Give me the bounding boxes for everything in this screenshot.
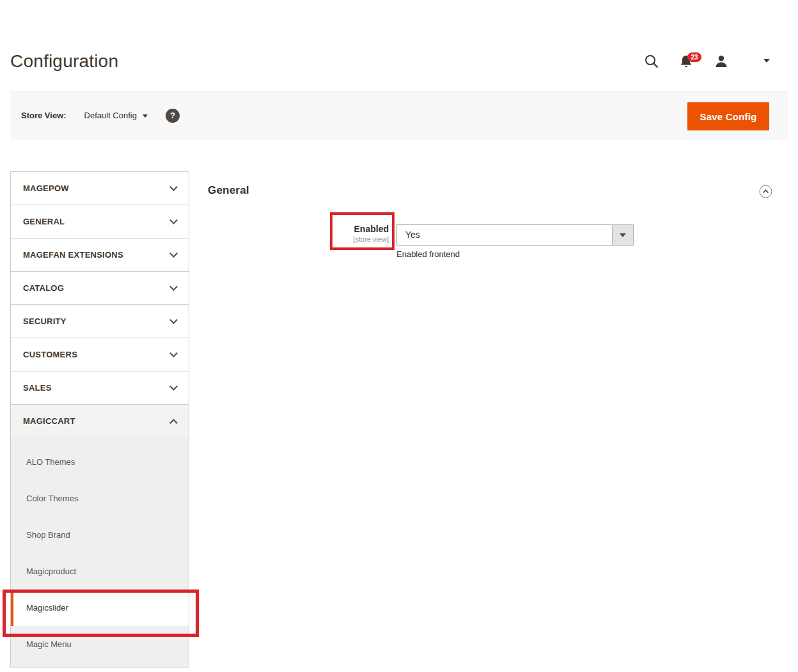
chevron-down-icon (169, 183, 178, 191)
store-view-toolbar: Store View: Default Config ? Save Config (10, 91, 788, 139)
section-label: GENERAL (23, 217, 65, 226)
section-label: MAGICCART (23, 416, 75, 426)
store-view-label: Store View: (21, 111, 66, 120)
select-dropdown-arrow-icon[interactable] (612, 225, 633, 245)
field-scope-text: [store view] (269, 235, 389, 243)
magiccart-subsection-list: ALO Themes Color Themes Shop Brand Magic… (10, 437, 189, 668)
page-title: Configuration (10, 51, 118, 72)
section-label: MAGEPOW (23, 184, 69, 193)
sidebar-item-color-themes[interactable]: Color Themes (11, 480, 189, 517)
help-icon[interactable]: ? (166, 109, 180, 123)
general-section-title: General (208, 184, 249, 197)
section-label: CUSTOMERS (23, 350, 77, 359)
enabled-select-value: Yes (397, 225, 612, 245)
sidebar-item-shop-brand[interactable]: Shop Brand (11, 517, 189, 553)
chevron-down-icon (169, 283, 178, 291)
chevron-down-icon (169, 216, 178, 224)
section-label: CATALOG (23, 283, 64, 293)
sidebar-item-magicslider[interactable]: Magicslider (11, 590, 189, 626)
sidebar-section-security[interactable]: SECURITY (10, 304, 189, 338)
sidebar-item-magicproduct[interactable]: Magicproduct (11, 553, 189, 590)
sidebar-section-general[interactable]: GENERAL (10, 205, 189, 238)
search-icon[interactable] (644, 54, 659, 72)
chevron-down-icon (169, 349, 178, 357)
configuration-page: Configuration 23 Store View: Default Con… (0, 0, 798, 672)
sidebar-item-alo-themes[interactable]: ALO Themes (11, 444, 189, 480)
config-nav-sidebar: MAGEPOW GENERAL MAGEFAN EXTENSIONS CATAL… (10, 171, 189, 668)
chevron-down-icon (169, 382, 178, 391)
collapse-section-icon[interactable] (759, 185, 772, 201)
chevron-down-icon (143, 114, 148, 118)
sidebar-section-magefan-extensions[interactable]: MAGEFAN EXTENSIONS (10, 238, 189, 272)
store-view-switcher[interactable]: Default Config (84, 111, 148, 120)
sidebar-section-customers[interactable]: CUSTOMERS (10, 338, 189, 371)
enabled-field-label: Enabled [store view] (269, 224, 389, 243)
section-label: MAGEFAN EXTENSIONS (23, 250, 123, 260)
sidebar-section-sales[interactable]: SALES (10, 371, 189, 405)
sidebar-item-magic-menu[interactable]: Magic Menu (11, 626, 189, 662)
chevron-down-icon (169, 249, 178, 258)
save-config-button[interactable]: Save Config (687, 102, 769, 130)
enabled-select[interactable]: Yes (396, 224, 634, 246)
sidebar-section-magiccart[interactable]: MAGICCART (10, 404, 189, 438)
admin-user-icon[interactable] (714, 54, 729, 72)
sidebar-section-catalog[interactable]: CATALOG (10, 271, 189, 305)
section-label: SECURITY (23, 316, 66, 326)
sidebar-section-magepow[interactable]: MAGEPOW (10, 171, 189, 205)
enabled-field-comment: Enabled frontend (396, 249, 460, 259)
field-label-text: Enabled (269, 224, 389, 234)
store-view-value: Default Config (84, 111, 137, 120)
notification-count-badge[interactable]: 23 (687, 52, 701, 62)
chevron-down-icon (169, 316, 178, 324)
section-label: SALES (23, 383, 52, 393)
admin-menu-caret-icon[interactable] (763, 59, 770, 63)
chevron-up-icon (169, 419, 178, 427)
